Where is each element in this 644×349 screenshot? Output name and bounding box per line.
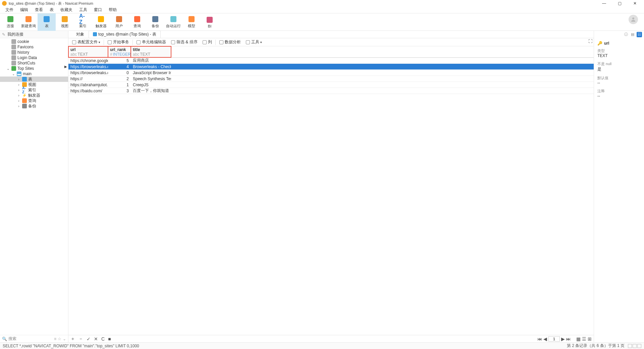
cell-title[interactable]: 百度一下，你就知道	[131, 88, 171, 94]
cell-url[interactable]: https://chrome.google.c	[68, 58, 108, 63]
grid-view-icon[interactable]: ▦	[576, 336, 581, 342]
cell-title[interactable]: 应用商店	[131, 58, 171, 63]
tab-对象[interactable]: 对象	[72, 31, 89, 38]
subtb-开始事务[interactable]: 开始事务	[106, 39, 130, 45]
tree-item-Favicons[interactable]: Favicons	[0, 44, 68, 50]
status-icon-1[interactable]	[628, 344, 632, 348]
tree-item-触发器[interactable]: ›⚡触发器	[0, 93, 68, 98]
cell-url[interactable]: https://abrahamjuliot.git	[68, 82, 108, 88]
tree-item-表[interactable]: ›表	[0, 77, 68, 82]
table-row[interactable]: https://chrome.google.c5应用商店	[68, 58, 594, 64]
cell-rank[interactable]: 5	[108, 58, 131, 63]
menu-查看[interactable]: 查看	[32, 7, 46, 13]
expand-icon[interactable]: ›	[17, 104, 21, 108]
tree-item-备份[interactable]: ›备份	[0, 103, 68, 109]
toolbar-trigger-button[interactable]: 触发器	[92, 13, 110, 31]
minimize-button[interactable]: —	[596, 0, 612, 7]
subtb-表配置文件[interactable]: 表配置文件▾	[70, 39, 102, 45]
search-icon[interactable]: 🔍	[2, 337, 7, 341]
subtb-工具[interactable]: 工具▾	[244, 39, 263, 45]
tree-item-ShortCuts[interactable]: ShortCuts	[0, 60, 68, 66]
toolbar-bi-button[interactable]: BI	[201, 13, 219, 31]
cell-url[interactable]: https://browserleaks.com	[68, 70, 108, 76]
fullscreen-icon[interactable]: ⛶	[588, 39, 592, 44]
table-row[interactable]: https://browserleaks.com0JavaScript Brow…	[68, 70, 594, 76]
cell-url[interactable]: https://browserleaks.com	[68, 64, 108, 69]
cell-title[interactable]: Browserleaks - Check yo	[131, 64, 171, 69]
tree-item-查询[interactable]: ›查询	[0, 98, 68, 103]
cancel-button[interactable]: ✕	[94, 336, 98, 342]
data-grid[interactable]: ⛶ urlabcTEXTurl_rank#INTEGERtitleabcTEXT…	[68, 46, 594, 342]
column-header-url[interactable]: urlabcTEXT	[68, 46, 108, 57]
subtb-列[interactable]: 列	[201, 39, 213, 45]
info-tab-icon[interactable]: ⓘ	[623, 32, 629, 37]
commit-button[interactable]: ✓	[87, 336, 91, 342]
cell-title[interactable]: CreepJS	[131, 82, 171, 88]
filter-lines-icon[interactable]: ≡	[54, 337, 56, 341]
prev-page-button[interactable]: ◀	[543, 336, 547, 342]
toolbar-backup-button[interactable]: 备份	[146, 13, 164, 31]
table-row[interactable]: https:// 2Speech Synthesis Test	[68, 76, 594, 82]
collapse-icon[interactable]: ⌄	[63, 337, 66, 341]
form-view-icon[interactable]: ☰	[582, 336, 586, 342]
subtb-数据分析[interactable]: 数据分析	[218, 39, 242, 45]
maximize-button[interactable]: ▢	[612, 0, 627, 7]
user-avatar-icon[interactable]	[629, 15, 638, 24]
table-row[interactable]: ▶https://browserleaks.com4Browserleaks -…	[68, 64, 594, 70]
tree-item-cookie[interactable]: cookie	[0, 39, 68, 44]
expand-icon[interactable]: ›	[17, 88, 21, 92]
cell-rank[interactable]: 3	[108, 88, 131, 94]
cell-rank[interactable]: 2	[108, 76, 131, 82]
cell-title[interactable]: JavaScript Browser Infor	[131, 70, 171, 76]
menu-表[interactable]: 表	[46, 7, 57, 13]
status-icon-3[interactable]	[637, 344, 641, 348]
last-page-button[interactable]: ⏭	[566, 336, 571, 342]
toolbar-query-button[interactable]: 查询	[128, 13, 146, 31]
next-page-button[interactable]: ▶	[561, 336, 565, 342]
expand-icon[interactable]: ⌄	[11, 72, 15, 76]
toolbar-view-button[interactable]: 视图	[56, 13, 74, 31]
subtb-筛选 & 排序[interactable]: 筛选 & 排序	[169, 39, 199, 45]
expand-icon[interactable]: ›	[17, 99, 21, 103]
tree-item-视图[interactable]: ›视图	[0, 82, 68, 87]
menu-收藏夹[interactable]: 收藏夹	[57, 7, 76, 13]
ddl-tab-icon[interactable]: ▤	[630, 32, 635, 37]
cell-url[interactable]: https://baidu.com/	[68, 88, 108, 94]
close-button[interactable]: ✕	[627, 0, 643, 7]
tree-item-索引[interactable]: ›A-Z索引	[0, 87, 68, 93]
menu-工具[interactable]: 工具	[76, 7, 91, 13]
first-page-button[interactable]: ⏮	[537, 336, 542, 342]
grid-rows[interactable]: https://chrome.google.c5应用商店▶https://bro…	[68, 58, 594, 94]
card-view-icon[interactable]: ⊞	[588, 336, 592, 342]
toolbar-table-button[interactable]: 表	[38, 13, 56, 31]
detail-tab-icon[interactable]: ☷	[637, 32, 642, 37]
star-icon[interactable]: ☆	[58, 337, 61, 341]
cell-rank[interactable]: 0	[108, 70, 131, 76]
cell-rank[interactable]: 1	[108, 82, 131, 88]
column-header-url_rank[interactable]: url_rank#INTEGER	[108, 46, 131, 57]
table-row[interactable]: https://abrahamjuliot.git1CreepJS	[68, 82, 594, 88]
status-icon-2[interactable]	[633, 344, 637, 348]
toolbar-user-button[interactable]: 用户	[110, 13, 128, 31]
cell-rank[interactable]: 4	[108, 64, 131, 69]
refresh-button[interactable]: C	[101, 336, 105, 342]
toolbar-auto-button[interactable]: 自动运行	[164, 13, 182, 31]
tree-item-history[interactable]: history	[0, 50, 68, 55]
expand-icon[interactable]: ⌄	[6, 67, 10, 70]
menu-编辑[interactable]: 编辑	[17, 7, 32, 13]
search-input[interactable]: 搜索	[8, 336, 53, 342]
delete-row-button[interactable]: －	[78, 336, 83, 342]
toolbar-model-button[interactable]: 模型	[182, 13, 201, 31]
connection-tree[interactable]: cookieFaviconshistoryLogin DataShortCuts…	[0, 38, 68, 335]
tree-item-Top Sites[interactable]: ⌄Top Sites	[0, 66, 68, 71]
tab-top_sites @main (Top Sites) - 表[interactable]: top_sites @main (Top Sites) - 表	[89, 31, 161, 38]
page-input[interactable]	[548, 336, 560, 342]
toolbar-connect-button[interactable]: 连接	[1, 13, 19, 31]
tree-item-Login Data[interactable]: Login Data	[0, 55, 68, 60]
stop-button[interactable]: ■	[108, 336, 111, 342]
table-row[interactable]: https://baidu.com/3百度一下，你就知道	[68, 88, 594, 94]
column-header-title[interactable]: titleabcTEXT	[131, 46, 171, 57]
tree-item-main[interactable]: ⌄▬main	[0, 71, 68, 77]
expand-icon[interactable]: ›	[17, 83, 21, 87]
menu-帮助[interactable]: 帮助	[105, 7, 120, 13]
